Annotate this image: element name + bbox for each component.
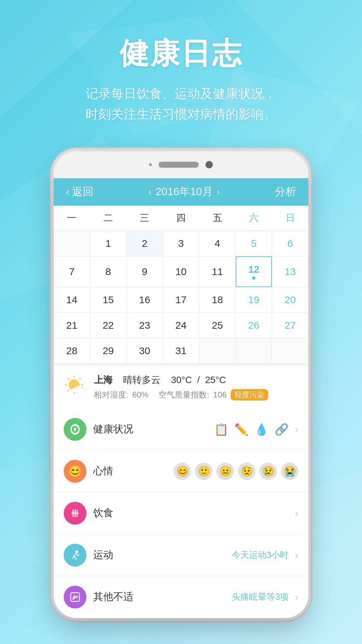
cal-day-20[interactable]: 20: [272, 287, 308, 313]
cal-day-17[interactable]: 17: [163, 287, 199, 313]
discomfort-chevron-icon: ›: [295, 591, 298, 603]
humidity-value: 60%: [132, 390, 148, 399]
svg-line-14: [79, 378, 80, 379]
mood-sad[interactable]: 😟: [238, 463, 255, 480]
svg-rect-19: [72, 389, 85, 392]
aqi-label: 空气质量指数:: [159, 389, 209, 400]
analysis-label: 分析: [275, 184, 296, 199]
health-action-clipboard[interactable]: 📋: [214, 423, 228, 436]
next-month-button[interactable]: ›: [217, 186, 220, 197]
cal-day-27[interactable]: 27: [272, 313, 308, 338]
mood-label: 心情: [93, 464, 167, 478]
cal-day-10[interactable]: 10: [163, 256, 199, 287]
diet-icon: [64, 502, 86, 525]
calendar-section: 一 二 三 四 五 六 日 1 2 3 4 5 6: [54, 206, 308, 364]
phone-speaker-main: [159, 162, 199, 168]
cal-day-6[interactable]: 6: [272, 231, 308, 256]
calendar-week-3: 14 15 16 17 18 19 20: [54, 287, 308, 313]
cal-day-empty-4: [272, 338, 308, 364]
weather-temp-high: 30°C: [171, 375, 192, 385]
cal-day-empty-2: [199, 338, 236, 364]
app-content: ‹ 返回 ‹ 2016年10月 › 分析 一 二 三: [54, 178, 308, 618]
weather-info: 上海 晴转多云 30°C / 25°C 相对湿度: 60% 空气质量指数:: [94, 374, 298, 400]
mood-row[interactable]: 😊 心情 😊 🙂 😐 😟 😢 😭: [54, 450, 308, 492]
cal-day-30[interactable]: 30: [126, 338, 163, 364]
cal-day-18[interactable]: 18: [199, 287, 236, 313]
cal-day-1[interactable]: 1: [90, 231, 127, 256]
back-label: 返回: [72, 184, 94, 199]
cal-day-28[interactable]: 28: [54, 338, 90, 364]
mood-neutral[interactable]: 😐: [217, 463, 234, 480]
health-row[interactable]: 健康状况 📋 ✏️ 💧 🔗 ›: [54, 409, 308, 450]
calendar-week-4: 21 22 23 24 25 26 27: [54, 313, 308, 338]
exercise-row[interactable]: 运动 今天运动3小时 ›: [54, 534, 308, 576]
mood-happy[interactable]: 🙂: [195, 463, 213, 480]
cal-day-22[interactable]: 22: [90, 313, 127, 338]
cal-day-3[interactable]: 3: [163, 231, 199, 256]
health-label: 健康状况: [93, 422, 207, 436]
discomfort-hint: 头痛眩晕等3项: [232, 591, 289, 603]
exercise-hint: 今天运动3小时: [232, 549, 289, 561]
cal-day-26[interactable]: 26: [236, 313, 272, 338]
info-rows: 健康状况 📋 ✏️ 💧 🔗 › 😊 心情 😊 🙂: [54, 409, 308, 618]
discomfort-row[interactable]: 其他不适 头痛眩晕等3项 ›: [54, 576, 308, 618]
cal-day-29[interactable]: 29: [90, 338, 127, 364]
today-indicator: [252, 276, 255, 280]
phone-speaker-left: [149, 163, 152, 166]
cal-day-19[interactable]: 19: [236, 287, 272, 313]
aqi-value: 106: [213, 390, 227, 399]
page-title: 健康日志: [20, 34, 342, 73]
health-action-edit[interactable]: ✏️: [234, 423, 248, 436]
health-chevron-icon: ›: [295, 423, 298, 435]
exercise-actions: 今天运动3小时 ›: [232, 549, 298, 561]
exercise-icon: [64, 544, 86, 567]
cal-day-11[interactable]: 11: [199, 256, 236, 287]
weather-section: 上海 晴转多云 30°C / 25°C 相对湿度: 60% 空气质量指数:: [54, 364, 308, 409]
diet-chevron-icon: ›: [295, 507, 298, 519]
cal-day-16[interactable]: 16: [126, 287, 163, 313]
cal-day-2[interactable]: 2: [126, 231, 163, 256]
discomfort-actions: 头痛眩晕等3项 ›: [232, 591, 298, 603]
cal-day-21[interactable]: 21: [54, 313, 90, 338]
mood-very-sad[interactable]: 😢: [259, 463, 277, 480]
calendar-weekdays: 一 二 三 四 五 六 日: [54, 206, 308, 231]
diet-row[interactable]: 饮食 ›: [54, 492, 308, 534]
cal-day-14[interactable]: 14: [54, 287, 90, 313]
header-subtitle: 记录每日饮食、运动及健康状况， 时刻关注生活习惯对病情的影响。: [20, 84, 342, 124]
cal-day-15[interactable]: 15: [90, 287, 127, 313]
weather-city: 上海: [94, 375, 113, 385]
calendar-week-1: 1 2 3 4 5 6: [54, 231, 308, 256]
header-area: 健康日志 记录每日饮食、运动及健康状况， 时刻关注生活习惯对病情的影响。: [0, 0, 362, 145]
svg-line-12: [68, 378, 69, 379]
health-action-water[interactable]: 💧: [254, 423, 268, 436]
cal-day-25[interactable]: 25: [199, 313, 236, 338]
cal-day-5[interactable]: 5: [236, 231, 272, 256]
weekday-mon: 一: [54, 206, 90, 230]
mood-crying[interactable]: 😭: [281, 463, 298, 480]
health-action-link[interactable]: 🔗: [275, 423, 289, 436]
weekday-sun: 日: [272, 206, 308, 230]
cal-day-12-today[interactable]: 12: [236, 256, 272, 287]
back-button[interactable]: ‹ 返回: [66, 184, 94, 199]
diet-label: 饮食: [93, 506, 288, 520]
cal-day-empty-1[interactable]: [54, 231, 90, 256]
prev-month-button[interactable]: ‹: [148, 186, 152, 197]
cal-day-13[interactable]: 13: [272, 256, 308, 287]
cal-day-7[interactable]: 7: [54, 256, 90, 287]
cal-day-4[interactable]: 4: [199, 231, 236, 256]
mood-very-happy[interactable]: 😊: [174, 463, 191, 480]
cal-day-31[interactable]: 31: [163, 338, 199, 364]
cal-day-24[interactable]: 24: [163, 313, 199, 338]
phone-frame: ‹ 返回 ‹ 2016年10月 › 分析 一 二 三: [54, 151, 308, 618]
weekday-sat: 六: [236, 206, 272, 230]
analysis-button[interactable]: 分析: [275, 184, 296, 199]
cal-day-9[interactable]: 9: [126, 256, 163, 287]
exercise-chevron-icon: ›: [295, 549, 298, 561]
health-icon: [64, 418, 86, 441]
weekday-thu: 四: [163, 206, 199, 230]
cal-day-23[interactable]: 23: [126, 313, 163, 338]
weekday-wed: 三: [126, 206, 163, 230]
subtitle-line1: 记录每日饮食、运动及健康状况，: [85, 87, 277, 101]
mood-icons: 😊 🙂 😐 😟 😢 😭: [174, 463, 298, 480]
cal-day-8[interactable]: 8: [90, 256, 127, 287]
